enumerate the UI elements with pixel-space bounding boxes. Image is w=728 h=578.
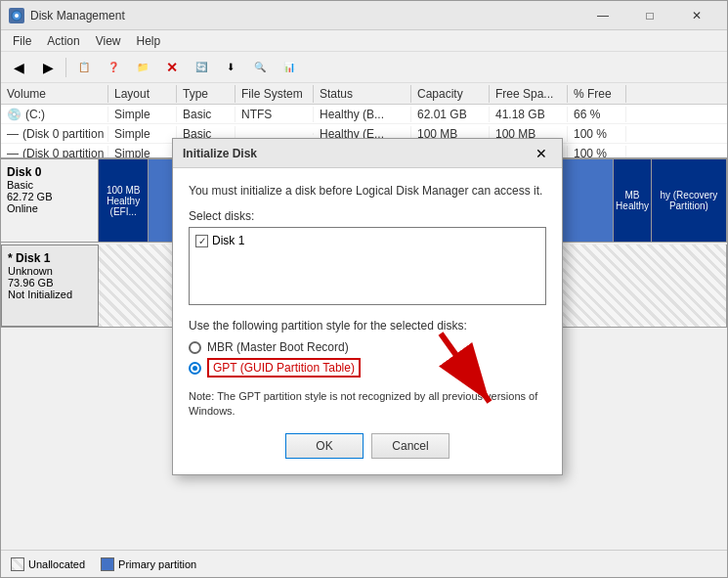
cell-status-0: Healthy (B... [314,107,411,122]
disk-0-label: Disk 0 Basic 62.72 GB Online [1,159,99,242]
dialog-body: You must initialize a disk before Logica… [173,168,562,474]
cell-pct-1: 100 % [568,126,626,142]
legend-stripe-box [11,557,24,571]
disk-1-status: Not Initialized [8,289,92,300]
disk-0-part-3[interactable]: MB Healthy [614,159,652,242]
toolbar-btn-5[interactable]: 🔄 [188,55,215,80]
radio-mbr-label: MBR (Master Boot Record) [207,340,349,354]
title-bar-left: Disk Management [9,8,125,23]
dialog-buttons: OK Cancel [189,433,546,459]
toolbar-btn-3[interactable]: 📁 [129,55,156,80]
disk-0-name: Disk 0 [7,165,92,179]
main-window: Disk Management — □ ✕ File Action View H… [0,0,728,578]
table-row[interactable]: 💿 (C:) Simple Basic NTFS Healthy (B... 6… [1,105,727,124]
disk-1-name: * Disk 1 [8,251,92,265]
cell-type-0: Basic [177,107,236,122]
cell-layout-0: Simple [108,107,177,122]
radio-mbr-circle[interactable] [189,341,201,354]
back-button[interactable]: ◀ [5,55,32,80]
cell-capacity-0: 62.01 GB [411,107,490,122]
disk-1-size: 73.96 GB [8,277,92,289]
dialog-title: Initialize Disk [183,147,257,160]
forward-button[interactable]: ▶ [34,55,62,80]
toolbar-btn-4[interactable]: ✕ [158,55,186,80]
minimize-button[interactable]: — [580,1,625,30]
partition-style-label: Use the following partition style for th… [189,319,546,333]
cell-layout-1: Simple [108,126,177,142]
table-header: Volume Layout Type File System Status Ca… [1,83,727,105]
disk-0-status: Online [7,202,92,214]
toolbar-btn-8[interactable]: 📊 [276,55,303,80]
dialog-titlebar: Initialize Disk ✕ [173,139,562,168]
col-header-status[interactable]: Status [314,85,411,103]
cell-fs-0: NTFS [236,107,314,122]
disk-0-part-4[interactable]: hy (Recovery Partition) [652,159,727,242]
disk-1-checkbox[interactable]: ✓ [195,235,208,247]
dialog-select-label: Select disks: [189,209,546,223]
disk-0-type: Basic [7,179,92,191]
legend-unallocated-label: Unallocated [28,558,85,570]
col-header-volume[interactable]: Volume [1,85,108,103]
window-title: Disk Management [30,9,125,22]
legend: Unallocated Primary partition [1,550,727,577]
svg-point-1 [15,14,19,18]
col-header-freepct[interactable]: % Free [568,85,626,103]
radio-group: MBR (Master Boot Record) GPT (GUID Parti… [189,340,546,378]
radio-gpt-circle[interactable] [189,362,201,375]
cell-volume-1: — (Disk 0 partition 1) [1,126,108,142]
toolbar-btn-7[interactable]: 🔍 [246,55,274,80]
cell-free-0: 41.18 GB [490,107,568,122]
legend-primary: Primary partition [101,557,196,571]
col-header-capacity[interactable]: Capacity [411,85,490,103]
dialog-note: Note: The GPT partition style is not rec… [189,389,546,420]
disk-list-item[interactable]: ✓ Disk 1 [193,232,541,249]
toolbar-separator [65,58,66,77]
menu-help[interactable]: Help [129,32,169,50]
menu-file[interactable]: File [5,32,39,50]
disk-0-part-1[interactable]: 100 MB Healthy (EFI... [99,159,149,242]
cell-pct-0: 66 % [568,107,626,122]
menu-view[interactable]: View [88,32,129,50]
legend-primary-label: Primary partition [118,558,196,570]
disk-icon-0: 💿 [7,108,21,121]
disk-list-box[interactable]: ✓ Disk 1 [189,227,546,305]
cell-fs-1 [236,133,314,135]
dialog-description: You must initialize a disk before Logica… [189,184,546,198]
maximize-button[interactable]: □ [627,1,672,30]
window-controls: — □ ✕ [580,1,719,30]
disk-1-type: Unknown [8,265,92,277]
col-header-type[interactable]: Type [177,85,236,103]
col-header-freespace[interactable]: Free Spa... [490,85,568,103]
toolbar-btn-1[interactable]: 📋 [70,55,98,80]
toolbar-btn-6[interactable]: ⬇ [217,55,244,80]
ok-button[interactable]: OK [285,433,364,459]
cell-volume-0: 💿 (C:) [1,107,108,122]
col-header-layout[interactable]: Layout [108,85,177,103]
menu-bar: File Action View Help [1,30,727,52]
radio-gpt-label: GPT (GUID Partition Table) [207,358,361,378]
legend-primary-box [101,557,114,571]
title-bar: Disk Management — □ ✕ [1,1,727,30]
radio-gpt[interactable]: GPT (GUID Partition Table) [189,358,546,378]
legend-unallocated: Unallocated [11,557,85,571]
disk-icon-1: — [7,127,19,141]
disk-0-size: 62.72 GB [7,191,92,202]
disk-1-label: * Disk 1 Unknown 73.96 GB Not Initialize… [1,245,99,327]
disk-management-icon [9,8,24,23]
dialog-close-button[interactable]: ✕ [531,143,552,164]
menu-action[interactable]: Action [39,32,87,50]
col-header-fs[interactable]: File System [236,85,314,103]
close-button[interactable]: ✕ [674,1,719,30]
toolbar: ◀ ▶ 📋 ❓ 📁 ✕ 🔄 ⬇ 🔍 📊 [1,52,727,83]
toolbar-btn-2[interactable]: ❓ [100,55,127,80]
disk-1-item-label: Disk 1 [212,234,244,247]
initialize-disk-dialog: Initialize Disk ✕ You must initialize a … [172,138,563,475]
radio-mbr[interactable]: MBR (Master Boot Record) [189,340,546,354]
cancel-button[interactable]: Cancel [371,433,450,459]
